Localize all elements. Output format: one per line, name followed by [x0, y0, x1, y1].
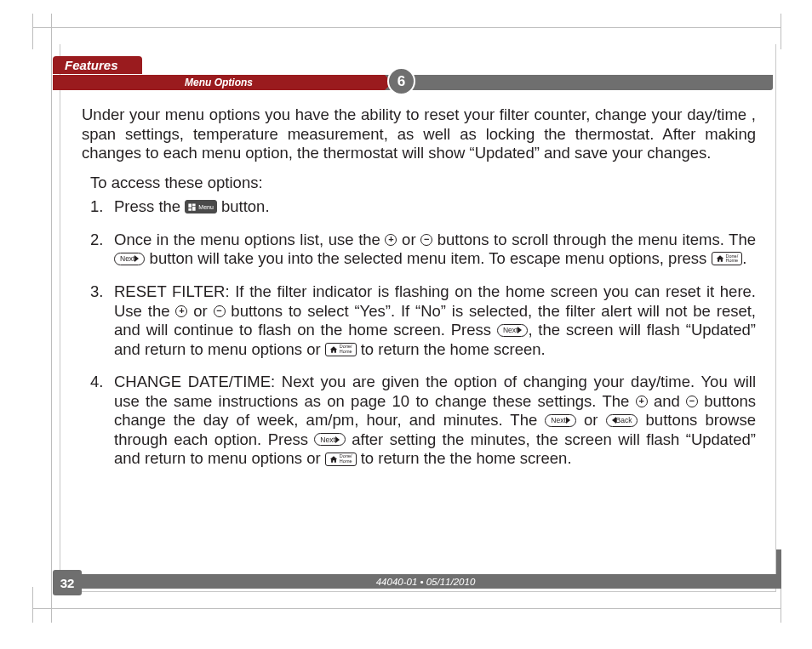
plus-button-icon: + — [385, 234, 397, 246]
body-text: Under your menu options you have the abi… — [82, 105, 756, 482]
minus-button-icon: − — [214, 305, 226, 317]
step-2: Once in the menu options list, use the +… — [90, 231, 756, 269]
subsection-label: Menu Options — [53, 75, 385, 90]
icon-label: Next — [551, 417, 565, 424]
text: and — [648, 392, 686, 410]
icon-label: Back — [616, 417, 632, 424]
next-button-icon: Next — [497, 324, 528, 337]
icon-label: Next — [320, 436, 335, 444]
done-home-button-icon: Done/ Home — [325, 453, 357, 466]
text: button. — [217, 197, 270, 215]
plus-button-icon: + — [175, 305, 187, 317]
crop-mark — [32, 587, 33, 623]
crop-mark — [51, 14, 52, 623]
crop-mark — [32, 27, 781, 28]
minus-button-icon: − — [686, 396, 698, 407]
access-line: To access these options: — [90, 174, 756, 193]
text: . — [742, 249, 746, 267]
back-button-icon: Back — [606, 414, 638, 427]
crop-mark — [32, 608, 781, 609]
step-3: RESET FILTER: If the filter indicator is… — [90, 282, 756, 359]
text: to return the home screen. — [357, 340, 546, 358]
icon-label: Menu — [198, 204, 214, 210]
next-button-icon: Next — [545, 414, 575, 427]
text: Once in the menu options list, use the — [114, 231, 385, 248]
icon-label: Done/ Home — [726, 254, 739, 264]
next-button-icon: Next — [114, 253, 145, 265]
crop-mark — [781, 14, 781, 49]
crop-mark — [781, 587, 781, 623]
next-button-icon: Next — [314, 433, 345, 446]
text: or — [397, 231, 420, 248]
icon-label: Done/ Home — [340, 344, 352, 354]
steps-list: Press the Menu button. Once in the menu … — [90, 197, 756, 469]
step-1: Press the Menu button. — [90, 197, 756, 217]
menu-button-icon: Menu — [185, 200, 217, 213]
text: or — [187, 302, 213, 320]
features-tab: Features — [53, 56, 142, 74]
manual-page: Features Menu Options 6 Under your menu … — [32, 14, 781, 623]
text: to return the the home screen. — [357, 449, 572, 467]
icon-label: Next — [120, 255, 134, 263]
step-4: CHANGE DATE/TIME: Next you are given the… — [90, 373, 756, 469]
footer-stub — [776, 549, 781, 589]
section-number-badge: 6 — [387, 67, 415, 95]
minus-button-icon: − — [420, 234, 432, 246]
crop-mark — [32, 14, 33, 49]
text: Press the — [114, 197, 185, 215]
done-home-button-icon: Done/ Home — [712, 252, 743, 265]
done-home-button-icon: Done/ Home — [325, 343, 357, 356]
icon-label: Done/ Home — [340, 454, 352, 464]
intro-paragraph: Under your menu options you have the abi… — [82, 105, 756, 163]
plus-button-icon: + — [636, 396, 648, 407]
text: button will take you into the selected m… — [145, 249, 711, 267]
text: or — [576, 411, 606, 429]
footer-bar: 44040-01 • 05/11/2010 — [75, 574, 776, 589]
icon-label: Next — [503, 327, 518, 334]
text: buttons to scroll through the menu items… — [432, 231, 756, 248]
